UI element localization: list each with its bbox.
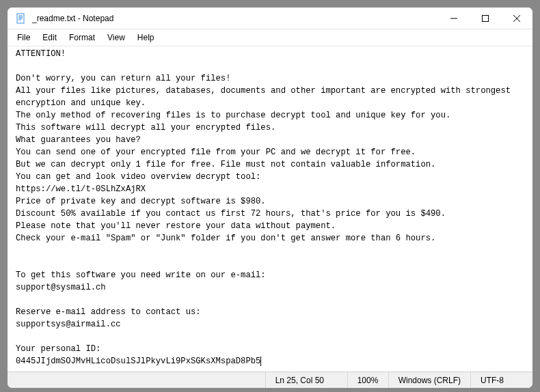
- status-encoding: UTF-8: [471, 372, 532, 388]
- text-area[interactable]: ATTENTION! Don't worry, you can return a…: [8, 46, 532, 372]
- status-spacer: [8, 372, 266, 388]
- window-title: _readme.txt - Notepad: [32, 14, 438, 23]
- menu-view[interactable]: View: [102, 31, 131, 44]
- titlebar: _readme.txt - Notepad: [8, 8, 532, 29]
- status-cursor-position: Ln 25, Col 50: [266, 372, 348, 388]
- menu-file[interactable]: File: [12, 31, 36, 44]
- menu-format[interactable]: Format: [64, 31, 100, 44]
- document-text[interactable]: ATTENTION! Don't worry, you can return a…: [16, 48, 528, 367]
- notepad-window: _readme.txt - Notepad File Edit Format V…: [7, 7, 533, 389]
- menubar: File Edit Format View Help: [8, 29, 532, 46]
- menu-help[interactable]: Help: [132, 31, 160, 44]
- notepad-icon: [16, 13, 27, 24]
- svg-rect-6: [483, 15, 489, 21]
- status-line-ending: Windows (CRLF): [389, 372, 471, 388]
- statusbar: Ln 25, Col 50 100% Windows (CRLF) UTF-8: [8, 372, 532, 388]
- minimize-button[interactable]: [438, 8, 470, 29]
- status-zoom: 100%: [348, 372, 389, 388]
- menu-edit[interactable]: Edit: [37, 31, 62, 44]
- close-button[interactable]: [501, 8, 532, 29]
- text-caret: [260, 356, 261, 366]
- maximize-button[interactable]: [470, 8, 501, 29]
